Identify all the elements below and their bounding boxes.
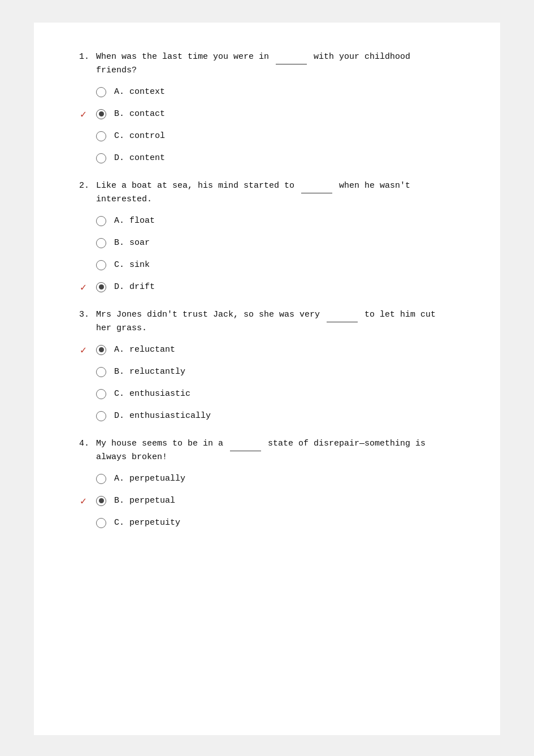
radio-q2-D[interactable] — [96, 282, 106, 292]
question-number-2: 2. — [79, 180, 96, 193]
correct-checkmark-q4: ✓ — [80, 495, 86, 507]
radio-inner-q3-A — [99, 347, 104, 352]
radio-inner-q2-D — [99, 284, 104, 290]
question-number-4: 4. — [79, 438, 96, 451]
question-text-4: 4.My house seems to be in a state of dis… — [79, 438, 455, 464]
option-row-q1-A[interactable]: A. context — [96, 86, 455, 98]
question-blank-3 — [327, 309, 358, 322]
radio-q3-B[interactable] — [96, 367, 106, 377]
radio-q2-C[interactable] — [96, 260, 106, 270]
question-sentence-1: When was the last time you were in with … — [96, 51, 455, 77]
option-row-q4-C[interactable]: C. perpetuity — [96, 517, 455, 529]
option-row-q2-D[interactable]: ✓D. drift — [96, 281, 455, 293]
option-label-q3-B: B. reluctantly — [114, 366, 185, 378]
option-label-q2-B: B. soar — [114, 237, 150, 249]
radio-inner-q4-B — [99, 498, 104, 503]
option-row-q3-D[interactable]: D. enthusiastically — [96, 410, 455, 422]
radio-q3-C[interactable] — [96, 389, 106, 399]
option-row-q3-B[interactable]: B. reluctantly — [96, 366, 455, 378]
radio-q4-C[interactable] — [96, 518, 106, 528]
option-row-q2-B[interactable]: B. soar — [96, 237, 455, 249]
question-number-1: 1. — [79, 51, 96, 64]
radio-inner-q1-B — [99, 111, 104, 116]
question-sentence-4: My house seems to be in a state of disre… — [96, 438, 455, 464]
option-label-q4-A: A. perpetually — [114, 473, 185, 485]
option-row-q3-A[interactable]: ✓A. reluctant — [96, 344, 455, 356]
radio-q1-C[interactable] — [96, 131, 106, 141]
option-label-q2-A: A. float — [114, 215, 155, 227]
radio-q1-A[interactable] — [96, 87, 106, 97]
option-label-q1-C: C. control — [114, 130, 165, 142]
option-label-q4-C: C. perpetuity — [114, 517, 180, 529]
option-label-q3-D: D. enthusiastically — [114, 410, 211, 422]
radio-q1-B[interactable] — [96, 109, 106, 119]
radio-q4-A[interactable] — [96, 474, 106, 484]
option-row-q3-C[interactable]: C. enthusiastic — [96, 388, 455, 400]
question-text-2: 2.Like a boat at sea, his mind started t… — [79, 180, 455, 206]
question-text-1: 1.When was the last time you were in wit… — [79, 51, 455, 77]
option-row-q2-C[interactable]: C. sink — [96, 259, 455, 271]
question-blank-1 — [276, 51, 307, 64]
question-text-3: 3.Mrs Jones didn't trust Jack, so she wa… — [79, 309, 455, 335]
radio-q4-B[interactable] — [96, 496, 106, 506]
question-blank-2 — [301, 180, 332, 193]
quiz-container: 1.When was the last time you were in wit… — [34, 23, 500, 735]
correct-checkmark-q3: ✓ — [80, 344, 86, 356]
option-row-q1-D[interactable]: D. content — [96, 152, 455, 164]
option-label-q2-D: D. drift — [114, 281, 155, 293]
option-label-q4-B: B. perpetual — [114, 495, 175, 507]
option-label-q1-D: D. content — [114, 152, 165, 164]
radio-q3-A[interactable] — [96, 345, 106, 355]
radio-q2-B[interactable] — [96, 238, 106, 248]
option-row-q4-A[interactable]: A. perpetually — [96, 473, 455, 485]
radio-q3-D[interactable] — [96, 411, 106, 421]
option-label-q1-B: B. contact — [114, 108, 165, 120]
option-row-q1-C[interactable]: C. control — [96, 130, 455, 142]
question-block-3: 3.Mrs Jones didn't trust Jack, so she wa… — [79, 309, 455, 422]
radio-q1-D[interactable] — [96, 153, 106, 163]
option-row-q2-A[interactable]: A. float — [96, 215, 455, 227]
question-number-3: 3. — [79, 309, 96, 322]
question-block-2: 2.Like a boat at sea, his mind started t… — [79, 180, 455, 293]
question-block-1: 1.When was the last time you were in wit… — [79, 51, 455, 164]
question-blank-4 — [230, 438, 261, 451]
option-row-q4-B[interactable]: ✓B. perpetual — [96, 495, 455, 507]
option-row-q1-B[interactable]: ✓B. contact — [96, 108, 455, 120]
radio-q2-A[interactable] — [96, 216, 106, 226]
question-block-4: 4.My house seems to be in a state of dis… — [79, 438, 455, 529]
option-label-q3-A: A. reluctant — [114, 344, 175, 356]
question-sentence-3: Mrs Jones didn't trust Jack, so she was … — [96, 309, 455, 335]
correct-checkmark-q1: ✓ — [80, 108, 86, 120]
correct-checkmark-q2: ✓ — [80, 281, 86, 293]
option-label-q3-C: C. enthusiastic — [114, 388, 190, 400]
question-sentence-2: Like a boat at sea, his mind started to … — [96, 180, 455, 206]
option-label-q2-C: C. sink — [114, 259, 150, 271]
option-label-q1-A: A. context — [114, 86, 165, 98]
